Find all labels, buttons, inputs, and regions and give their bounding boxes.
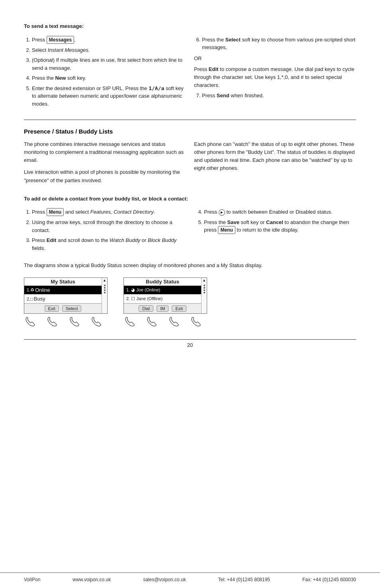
- buddy-step-1: Press Menu and select Features, Contact …: [32, 208, 184, 216]
- buddy-status-softkeys: Dial IM Exit: [124, 303, 201, 313]
- buddy-step-4: Press ► to switch between Enabled or Dis…: [204, 208, 356, 216]
- im-softkey[interactable]: IM: [157, 305, 168, 312]
- instant-messages-label: Instant Messages.: [48, 47, 90, 53]
- diagrams-row: My Status 1.♻Online 2.□ Busy Exit Select: [24, 277, 356, 327]
- send-text-section: To send a text message: Press Messages. …: [24, 22, 356, 110]
- new-key-label: New: [55, 75, 66, 81]
- presence-intro-cols: The phone combines interactive message s…: [24, 140, 356, 189]
- edit-description: Press Edit to compose a custom message. …: [194, 65, 356, 89]
- watch-buddy-label: Watch Buddy: [110, 237, 140, 243]
- handset-7: [169, 316, 184, 327]
- my-status-screen-outer: My Status 1.♻Online 2.□ Busy Exit Select: [24, 277, 108, 314]
- buddy-right-col: Press ► to switch between Enabled or Dis…: [196, 206, 356, 254]
- step-7: Press Send when finished.: [202, 92, 356, 100]
- presence-right-para: Each phone can "watch" the status of up …: [194, 140, 356, 173]
- features-label: Features, Contact Directory: [90, 209, 154, 215]
- presence-right-text: Each phone can "watch" the status of up …: [194, 140, 356, 189]
- section-divider: [24, 120, 356, 120]
- select-softkey[interactable]: Select: [62, 305, 82, 312]
- tel: Tel: +44 (0)1245 808195: [218, 577, 270, 582]
- cancel-key: Cancel: [266, 219, 283, 225]
- my-status-row-2: 2.□ Busy: [24, 295, 102, 303]
- presence-heading: Presence / Status / Buddy Lists: [24, 128, 356, 135]
- company-name: VolIPon: [24, 577, 40, 582]
- page-number-section: 20: [24, 339, 356, 348]
- buddy-status-title: Buddy Status: [124, 278, 201, 286]
- send-text-right-steps: Press the Select soft key to choose from…: [194, 36, 356, 100]
- send-key-label: Send: [217, 92, 229, 98]
- send-text-left-steps: Press Messages. Select Instant Messages.…: [24, 36, 186, 108]
- jane-icon: 2. ☐ Jane (Offline): [126, 296, 163, 301]
- handset-1: [25, 316, 40, 327]
- online-icon: 1.♻: [27, 287, 34, 293]
- buddy-status-screen-main: Buddy Status 1. ◕ Joe (Online) 2. ☐ Jane…: [124, 278, 201, 313]
- my-status-diagram: My Status 1.♻Online 2.□ Busy Exit Select: [24, 277, 108, 327]
- buddy-status-row-1: 1. ◕ Joe (Online): [124, 286, 201, 295]
- footer-content: VolIPon www.voipon.co.uk sales@voipon.co…: [24, 577, 356, 582]
- buddy-step-3: Press Edit and scroll down to the Watch …: [32, 236, 184, 252]
- edit-key-2: Edit: [47, 237, 57, 243]
- presence-section: Presence / Status / Buddy Lists The phon…: [24, 128, 356, 327]
- busy-icon: 2.□: [27, 297, 33, 301]
- handset-3: [70, 316, 84, 327]
- block-buddy-label: Block Buddy: [148, 237, 176, 243]
- exit-softkey-1[interactable]: Exit: [45, 305, 59, 312]
- joe-icon: 1. ◕ Joe (Online): [126, 287, 160, 293]
- handset-6: [147, 316, 161, 327]
- fax: Fax: +44 (0)1245 600030: [302, 577, 356, 582]
- scroll-dots-1: [104, 285, 106, 293]
- step-2: Select Instant Messages.: [32, 46, 186, 54]
- my-status-row-1: 1.♻Online: [24, 286, 102, 295]
- my-status-handsets: [24, 316, 108, 327]
- messages-key: Messages: [47, 36, 74, 44]
- buddy-step-2: Using the arrow keys, scroll through the…: [32, 218, 184, 234]
- buddy-status-screen-outer: Buddy Status 1. ◕ Joe (Online) 2. ☐ Jane…: [123, 277, 207, 314]
- presence-para2: Live interaction within a pool of phones…: [24, 168, 186, 184]
- dial-softkey[interactable]: Dial: [139, 305, 153, 312]
- edit-key-label: Edit: [209, 66, 219, 72]
- handset-4: [92, 316, 106, 327]
- or-text: OR: [194, 55, 356, 63]
- email: sales@voipon.co.uk: [143, 577, 186, 582]
- save-key: Save: [227, 219, 239, 225]
- step-4: Press the New soft key.: [32, 74, 186, 82]
- website: www.voipon.co.uk: [72, 577, 111, 582]
- scroll-dots-2: [204, 285, 205, 293]
- menu-key-1: Menu: [47, 208, 64, 216]
- diagrams-intro: The diagrams show a typical Buddy Status…: [24, 262, 356, 269]
- step-1: Press Messages.: [32, 36, 186, 44]
- scroll-up-icon: ▲: [103, 279, 106, 282]
- step-3: (Optional) If multiple lines are in use,…: [32, 56, 186, 72]
- send-text-left-col: Press Messages. Select Instant Messages.…: [24, 33, 186, 110]
- buddy-left-steps: Press Menu and select Features, Contact …: [24, 208, 184, 252]
- buddy-status-handsets: [123, 316, 207, 327]
- handset-8: [191, 316, 206, 327]
- select-key-label: Select: [225, 37, 241, 43]
- my-status-scrollbar: ▲: [102, 278, 107, 313]
- my-status-softkeys: Exit Select: [24, 303, 102, 313]
- buddy-list-subheading: To add or delete a contact from your bud…: [24, 195, 356, 203]
- exit-softkey-2[interactable]: Exit: [172, 305, 186, 312]
- page-number: 20: [187, 342, 193, 348]
- step-5: Enter the desired extension or SIP URL. …: [32, 85, 186, 108]
- menu-key-2: Menu: [218, 226, 235, 234]
- buddy-step-5: Press the Save soft key or Cancel to aba…: [204, 218, 356, 234]
- buddy-right-steps: Press ► to switch between Enabled or Dis…: [196, 208, 356, 234]
- my-status-screen-main: My Status 1.♻Online 2.□ Busy Exit Select: [24, 278, 102, 313]
- buddy-status-diagram: Buddy Status 1. ◕ Joe (Online) 2. ☐ Jane…: [123, 277, 207, 327]
- handset-2: [47, 316, 62, 327]
- step-6: Press the Select soft key to choose from…: [202, 36, 356, 90]
- presence-para1: The phone combines interactive message s…: [24, 140, 186, 164]
- buddy-left-col: Press Menu and select Features, Contact …: [24, 206, 184, 254]
- buddy-status-scrollbar: ▲: [201, 278, 207, 313]
- buddy-status-row-2: 2. ☐ Jane (Offline): [124, 295, 201, 303]
- arrow-right-icon: ►: [219, 209, 225, 216]
- scroll-up-icon-2: ▲: [202, 279, 206, 282]
- 1aa-key: 1/A/a: [149, 85, 164, 91]
- send-text-right-col: Press the Select soft key to choose from…: [194, 33, 356, 110]
- my-status-title: My Status: [24, 278, 102, 286]
- page-footer: VolIPon www.voipon.co.uk sales@voipon.co…: [0, 572, 380, 588]
- buddy-steps-cols: Press Menu and select Features, Contact …: [24, 206, 356, 254]
- send-text-heading: To send a text message:: [24, 22, 356, 30]
- handset-5: [125, 316, 139, 327]
